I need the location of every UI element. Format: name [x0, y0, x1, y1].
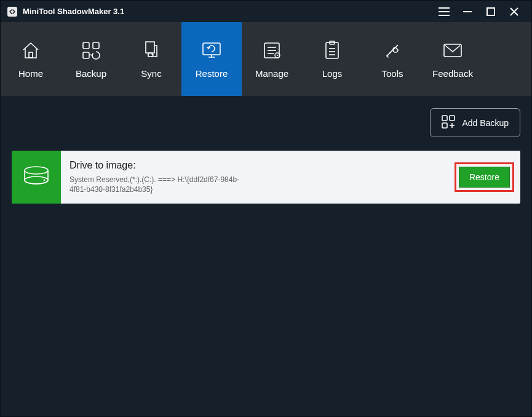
nav-item-backup[interactable]: Backup: [61, 22, 121, 96]
svg-rect-10: [93, 42, 99, 49]
nav-label: Backup: [76, 68, 106, 79]
nav-label: Manage: [255, 68, 288, 79]
svg-rect-12: [203, 43, 220, 55]
restore-icon: [201, 40, 222, 61]
svg-rect-19: [326, 42, 338, 58]
svg-rect-8: [29, 52, 33, 58]
nav-label: Tools: [381, 68, 403, 79]
grid-plus-icon: [442, 115, 455, 130]
nav-item-restore[interactable]: Restore: [181, 22, 242, 96]
backup-card-title: Drive to image:: [69, 160, 446, 171]
nav-item-feedback[interactable]: Feedback: [423, 22, 483, 96]
nav-item-sync[interactable]: Sync: [121, 22, 181, 96]
sync-icon: [141, 40, 162, 61]
app-logo-icon: [7, 6, 18, 17]
manage-icon: [261, 40, 282, 61]
svg-rect-5: [487, 8, 494, 15]
svg-rect-9: [83, 42, 89, 49]
titlebar-left: MiniTool ShadowMaker 3.1: [7, 6, 438, 17]
svg-rect-26: [450, 116, 455, 121]
svg-point-32: [44, 180, 46, 181]
window-controls: [438, 6, 525, 18]
backup-card-body: Drive to image: System Reserved,(*:).(C:…: [61, 151, 455, 204]
drive-icon: [22, 165, 50, 189]
app-title: MiniTool ShadowMaker 3.1: [23, 7, 124, 16]
content-area: Add Backup Drive to image: System Reserv…: [1, 96, 531, 417]
svg-rect-27: [442, 123, 447, 128]
nav-item-logs[interactable]: Logs: [302, 22, 362, 96]
backup-icon: [81, 40, 101, 61]
backup-card-iconbox: [12, 151, 61, 204]
svg-rect-11: [83, 52, 89, 58]
restore-highlight-frame: Restore: [455, 162, 514, 192]
nav-item-tools[interactable]: Tools: [362, 22, 423, 96]
nav-item-manage[interactable]: Manage: [242, 22, 302, 96]
home-icon: [20, 40, 41, 61]
nav-label: Sync: [141, 68, 161, 79]
backup-card-description: System Reserved,(*:).(C:). ===> H:\{ddf2…: [69, 175, 254, 194]
backup-card-action: Restore: [455, 151, 520, 204]
svg-point-30: [25, 167, 48, 174]
nav-item-home[interactable]: Home: [1, 22, 61, 96]
close-icon[interactable]: [508, 6, 520, 18]
add-backup-button[interactable]: Add Backup: [430, 108, 521, 137]
toolbar-row: Add Backup: [12, 108, 520, 137]
nav-label: Home: [18, 68, 43, 79]
nav-label: Restore: [196, 68, 228, 79]
hamburger-icon[interactable]: [438, 6, 450, 18]
svg-rect-25: [442, 116, 447, 121]
feedback-icon: [442, 40, 463, 61]
add-backup-label: Add Backup: [463, 118, 509, 128]
minimize-icon[interactable]: [461, 6, 474, 18]
tools-icon: [382, 40, 403, 61]
restore-button[interactable]: Restore: [459, 167, 510, 188]
logs-icon: [322, 40, 343, 61]
nav-label: Logs: [322, 68, 343, 79]
svg-point-18: [277, 55, 278, 56]
maximize-icon[interactable]: [485, 6, 497, 18]
nav-label: Feedback: [432, 68, 473, 79]
backup-card: Drive to image: System Reserved,(*:).(C:…: [12, 151, 520, 204]
titlebar: MiniTool ShadowMaker 3.1: [1, 1, 531, 22]
main-nav: Home Backup Sync Restore Manage Logs T: [1, 22, 531, 96]
svg-rect-0: [7, 7, 17, 17]
